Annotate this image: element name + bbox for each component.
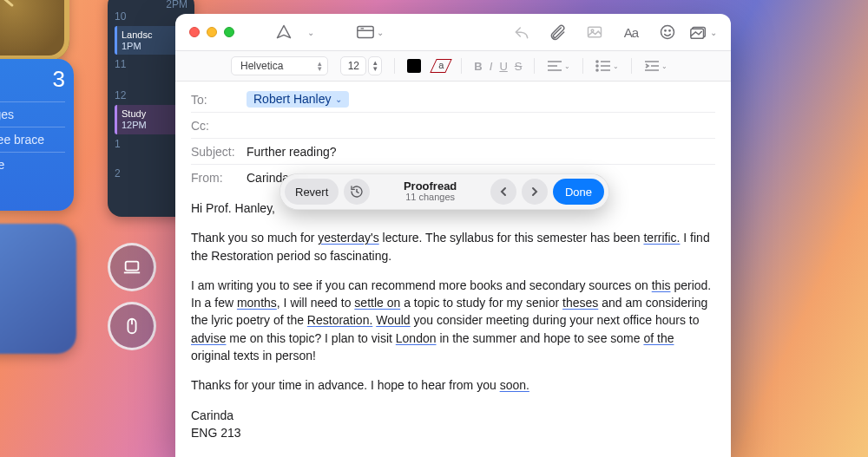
done-button[interactable]: Done [553,179,604,205]
svg-line-26 [357,192,358,193]
alignment-button[interactable]: ⌄ [547,60,570,72]
media-browser-button[interactable]: ⌄ [689,24,717,40]
desktop-background: macy 3 andages oft knee brace omade 2PM … [0,0,174,457]
proofread-mark[interactable]: of the [643,331,674,345]
reply-button[interactable] [507,20,536,44]
reminders-count: 3 [53,66,65,93]
proofread-mark[interactable]: theses [562,296,598,310]
divider [394,58,395,74]
prev-change-button[interactable] [490,179,516,205]
event-time: 1PM [122,41,183,52]
clock-widget [0,0,69,61]
control-ring-laptop-icon[interactable] [108,243,156,291]
mail-compose-window: ⌄ ⌄ Aa ⌄ Helvetica ▴▾ [175,14,731,457]
proofread-mark[interactable]: settle on [354,296,400,310]
send-options-chevron-icon[interactable]: ⌄ [306,20,321,44]
proofread-mark[interactable]: London [396,331,437,345]
proofread-mark[interactable]: yesterday's [318,231,378,245]
minimize-button[interactable] [207,27,217,37]
photo-widget [0,224,76,354]
window-titlebar: ⌄ ⌄ Aa ⌄ [175,14,731,50]
emoji-button[interactable] [653,20,682,44]
bold-button[interactable]: B [474,60,482,73]
revert-button[interactable]: Revert [285,179,339,205]
send-button[interactable] [269,20,299,44]
proofread-mark[interactable]: advise [191,331,226,345]
reminder-item: omade [0,152,65,177]
text-format-button[interactable]: Aa [616,20,646,44]
reminders-widget: macy 3 andages oft knee brace omade [0,59,74,211]
svg-rect-3 [358,27,373,38]
from-label: From: [191,171,247,185]
proofread-mark[interactable]: Restoration. [307,313,372,327]
proofread-mark[interactable]: this [652,278,671,292]
reminder-item: andages [0,101,65,127]
zoom-button[interactable] [224,27,234,37]
divider [631,58,632,74]
attach-button[interactable] [543,20,573,44]
svg-point-10 [669,30,670,31]
font-family-value: Helvetica [240,60,283,72]
popover-status: Proofread 11 changes [375,180,485,202]
chevron-down-icon: ⌄ [335,95,342,104]
svg-point-8 [661,26,674,39]
calendar-hour: 2PM [115,0,187,10]
subject-label: Subject: [191,145,247,159]
divider [582,58,583,74]
proofread-mark[interactable]: terrific. [643,231,680,245]
svg-rect-0 [126,262,139,271]
proofread-popover: Revert Proofread 11 changes Done [279,173,609,210]
subject-field[interactable] [247,145,715,159]
history-button[interactable] [344,179,370,205]
event-time: 12PM [122,120,183,131]
svg-point-16 [596,61,598,62]
font-size-stepper[interactable]: 12 ▴▾ [340,56,382,75]
next-change-button[interactable] [522,179,548,205]
event-title: Study [122,108,183,120]
recipient-name: Robert Hanley [253,92,332,106]
divider [534,58,535,74]
event-title: Landsc [122,29,183,41]
text-color-swatch[interactable] [407,59,421,73]
format-bar: Helvetica ▴▾ 12 ▴▾ B I U S ⌄ ⌄ ⌄ [175,50,731,82]
proofread-mark[interactable]: months [237,296,277,310]
stepper-arrows-icon[interactable]: ▴▾ [368,56,382,75]
indent-button[interactable]: ⌄ [644,60,667,72]
body-line: I am writing you to see if you can recom… [191,277,715,364]
font-size-value: 12 [340,56,366,75]
proofread-mark[interactable]: soon. [500,378,529,392]
reminder-item: oft knee brace [0,127,65,152]
header-fields-button[interactable]: ⌄ [356,24,384,40]
text-style-group: B I U S [474,60,522,73]
message-body[interactable]: Hi Prof. Hanley, Thank you so much for y… [175,194,731,457]
svg-point-18 [596,69,598,71]
underline-button[interactable]: U [499,60,507,73]
divider [461,58,462,74]
recipient-chip[interactable]: Robert Hanley ⌄ [247,91,349,108]
window-controls [189,27,234,37]
cc-field[interactable] [247,119,715,133]
body-line: CarindaENG 213 [191,407,715,442]
proofread-mark[interactable]: Would [376,313,410,327]
to-label: To: [191,93,247,107]
strike-button[interactable]: S [515,60,523,73]
close-button[interactable] [189,27,200,37]
insert-photo-button[interactable] [580,20,609,44]
svg-point-17 [596,65,598,67]
body-line: Thank you so much for yesterday's lectur… [191,229,715,264]
svg-point-9 [665,30,666,31]
italic-button[interactable]: I [490,60,493,73]
control-ring-mouse-icon[interactable] [108,302,156,350]
popover-subtitle: 11 changes [375,193,485,203]
font-family-select[interactable]: Helvetica ▴▾ [231,56,328,75]
background-color-none-icon[interactable] [433,59,449,73]
cc-label: Cc: [191,119,247,133]
popover-title: Proofread [375,180,485,193]
body-line: Thanks for your time in advance. I hope … [191,376,715,394]
list-button[interactable]: ⌄ [595,60,619,72]
